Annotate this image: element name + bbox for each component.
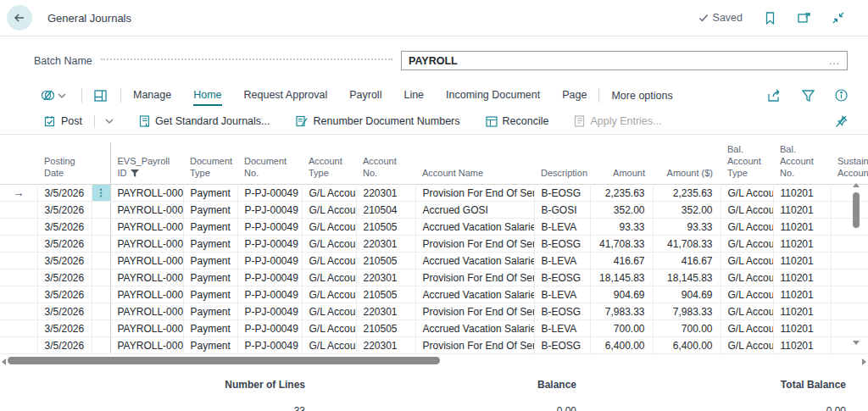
cell-posting-date[interactable]: 3/5/2026 <box>37 303 92 320</box>
vertical-scroll-thumb[interactable] <box>853 192 860 228</box>
cell-amount[interactable]: 18,145.83 <box>590 269 653 286</box>
cell-document-type[interactable]: Payment <box>183 219 237 236</box>
cell-account-no[interactable]: 220301 <box>356 303 415 320</box>
cell-account-name[interactable]: Provision For End Of Service B... <box>415 185 534 202</box>
cell-sustainability-account[interactable] <box>831 269 868 286</box>
cell-bal-account-no[interactable]: 110201 <box>773 303 831 320</box>
chevron-down-icon[interactable] <box>105 119 114 124</box>
pin-off-icon[interactable] <box>835 115 848 128</box>
popout-icon[interactable] <box>798 12 810 24</box>
cell-account-no[interactable]: 210504 <box>356 202 415 219</box>
cell-evs-payroll-id[interactable]: PAYROLL-000074 <box>110 337 183 354</box>
cell-document-type[interactable]: Payment <box>183 320 237 337</box>
cell-document-type[interactable]: Payment <box>183 236 237 253</box>
cell-posting-date[interactable]: 3/5/2026 <box>37 253 92 269</box>
cell-document-no[interactable]: P-PJ-00049 <box>237 337 302 354</box>
cell-sustainability-account[interactable] <box>831 202 868 219</box>
cell-posting-date[interactable]: 3/5/2026 <box>37 320 92 337</box>
cell-bal-account-no[interactable]: 110201 <box>773 253 831 269</box>
cell-account-name[interactable]: Provision For End Of Service B... <box>415 303 534 320</box>
cell-description[interactable]: B-LEVA <box>534 286 590 303</box>
cell-bal-account-type[interactable]: G/L Account <box>721 337 773 354</box>
cell-amount[interactable]: 41,708.33 <box>590 236 653 253</box>
info-icon[interactable] <box>835 89 848 102</box>
cell-account-no[interactable]: 220301 <box>356 269 415 286</box>
cell-evs-payroll-id[interactable]: PAYROLL-000074 <box>110 303 183 320</box>
cell-amount-usd[interactable]: 93.33 <box>653 219 721 236</box>
cell-description[interactable]: B-GOSI <box>534 202 590 219</box>
cell-account-type[interactable]: G/L Account <box>302 337 356 354</box>
cell-evs-payroll-id[interactable]: PAYROLL-000074 <box>110 185 183 202</box>
col-header-evs-payroll-id[interactable]: EVS_Payroll ID <box>110 142 183 185</box>
cell-sustainability-account[interactable] <box>831 286 868 303</box>
cell-bal-account-no[interactable]: 110201 <box>773 286 831 303</box>
batch-name-input[interactable]: PAYROLL ... <box>401 51 848 70</box>
cell-account-name[interactable]: Accrued Vacation Salaries <box>415 253 534 269</box>
cell-document-no[interactable]: P-PJ-00049 <box>237 269 302 286</box>
cell-description[interactable]: B-EOSG <box>534 236 590 253</box>
cell-bal-account-type[interactable]: G/L Account <box>721 219 773 236</box>
cell-sustainability-account[interactable] <box>831 337 868 354</box>
cell-posting-date[interactable]: 3/5/2026 <box>37 185 92 202</box>
vertical-scrollbar[interactable] <box>851 180 861 347</box>
cell-account-name[interactable]: Accrued Vacation Salaries <box>415 219 534 236</box>
collapse-icon[interactable] <box>832 12 844 24</box>
cell-document-type[interactable]: Payment <box>183 202 237 219</box>
cell-document-type[interactable]: Payment <box>183 286 237 303</box>
cell-bal-account-type[interactable]: G/L Account <box>721 236 773 253</box>
cell-sustainability-account[interactable] <box>831 253 868 269</box>
cell-account-no[interactable]: 210505 <box>356 219 415 236</box>
cell-amount[interactable]: 352.00 <box>590 202 653 219</box>
bookmark-icon[interactable] <box>765 12 776 25</box>
cell-bal-account-no[interactable]: 110201 <box>773 185 831 202</box>
cell-amount[interactable]: 93.33 <box>590 219 653 236</box>
cell-description[interactable]: B-EOSG <box>534 303 590 320</box>
chevron-down-icon[interactable] <box>58 93 66 98</box>
cell-document-type[interactable]: Payment <box>183 185 237 202</box>
cell-description[interactable]: B-LEVA <box>534 320 590 337</box>
cell-posting-date[interactable]: 3/5/2026 <box>37 236 92 253</box>
cell-bal-account-type[interactable]: G/L Account <box>721 286 773 303</box>
cell-description[interactable]: B-LEVA <box>534 253 590 269</box>
cell-account-name[interactable]: Accrued GOSI <box>415 202 534 219</box>
scroll-up-arrow[interactable] <box>853 183 860 187</box>
menu-item-line[interactable]: Line <box>403 85 424 106</box>
col-header-sustainability-account[interactable]: Sustainability Account <box>831 142 868 185</box>
cell-account-name[interactable]: Provision For End Of Service B... <box>415 337 534 354</box>
cell-bal-account-no[interactable]: 110201 <box>773 269 831 286</box>
cell-bal-account-type[interactable]: G/L Account <box>721 202 773 219</box>
cell-bal-account-type[interactable]: G/L Account <box>721 320 773 337</box>
cell-bal-account-type[interactable]: G/L Account <box>721 269 773 286</box>
cell-description[interactable]: B-EOSG <box>534 185 590 202</box>
scroll-left-arrow[interactable] <box>2 358 6 365</box>
cell-document-no[interactable]: P-PJ-00049 <box>237 303 302 320</box>
col-header-account-name[interactable]: Account Name <box>415 142 534 185</box>
cell-evs-payroll-id[interactable]: PAYROLL-000074 <box>110 269 183 286</box>
share-icon[interactable] <box>768 89 782 102</box>
cell-amount[interactable]: 6,400.00 <box>590 337 653 354</box>
cell-document-no[interactable]: P-PJ-00049 <box>237 253 302 269</box>
cell-account-type[interactable]: G/L Account <box>302 269 356 286</box>
col-header-posting-date[interactable]: Posting Date <box>37 142 92 185</box>
menu-item-home[interactable]: Home <box>193 85 221 106</box>
cell-account-type[interactable]: G/L Account <box>302 202 356 219</box>
reconcile-button[interactable]: Reconcile <box>486 115 549 127</box>
cell-bal-account-no[interactable]: 110201 <box>773 337 831 354</box>
cell-evs-payroll-id[interactable]: PAYROLL-000074 <box>110 320 183 337</box>
assist-edit-button[interactable]: ... <box>829 55 840 67</box>
cell-account-no[interactable]: 210505 <box>356 286 415 303</box>
cell-sustainability-account[interactable] <box>831 303 868 320</box>
cell-amount-usd[interactable]: 6,400.00 <box>653 337 721 354</box>
cell-amount[interactable]: 7,983.33 <box>590 303 653 320</box>
cell-amount-usd[interactable]: 352.00 <box>653 202 721 219</box>
cell-bal-account-no[interactable]: 110201 <box>773 320 831 337</box>
horizontal-scroll-thumb[interactable] <box>8 357 440 364</box>
col-header-document-type[interactable]: Document Type <box>183 142 237 185</box>
renumber-document-numbers-button[interactable]: Renumber Document Numbers <box>296 115 460 127</box>
cell-account-type[interactable]: G/L Account <box>302 253 356 269</box>
more-options-button[interactable]: More options <box>611 90 672 102</box>
post-button[interactable]: Post <box>44 115 114 128</box>
cell-sustainability-account[interactable] <box>831 320 868 337</box>
cell-amount-usd[interactable]: 416.67 <box>653 253 721 269</box>
cell-amount-usd[interactable]: 700.00 <box>653 320 721 337</box>
